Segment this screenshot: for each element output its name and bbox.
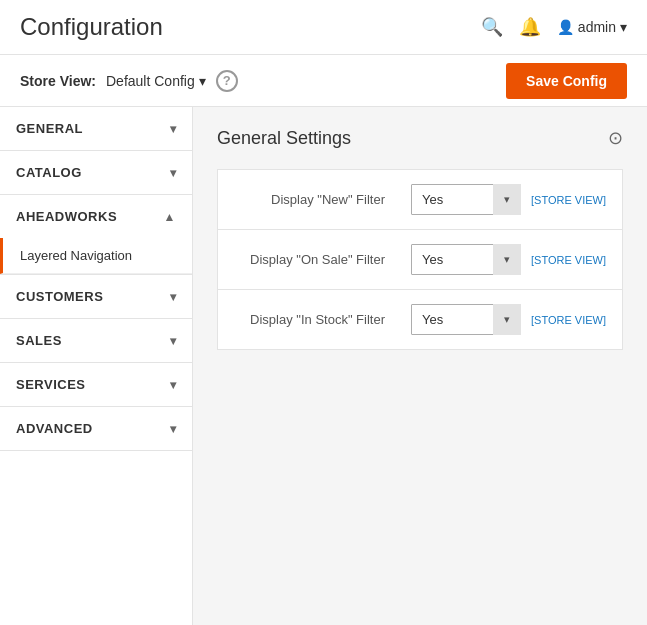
new-filter-select-wrapper: Yes No ▾: [411, 184, 521, 215]
section-header: General Settings ⊙: [217, 127, 623, 149]
chevron-down-icon: ▾: [170, 290, 177, 304]
chevron-down-icon: ▾: [170, 122, 177, 136]
bell-icon[interactable]: 🔔: [519, 16, 541, 38]
sidebar-item-advanced-header[interactable]: ADVANCED ▾: [0, 407, 192, 450]
sidebar-item-services-label: SERVICES: [16, 377, 86, 392]
page-title: Configuration: [20, 13, 163, 41]
chevron-down-icon: ▾: [170, 378, 177, 392]
on-sale-filter-store-view-tag[interactable]: [STORE VIEW]: [531, 254, 606, 266]
search-icon[interactable]: 🔍: [481, 16, 503, 38]
in-stock-filter-label: Display "In Stock" Filter: [234, 312, 395, 327]
admin-name: admin: [578, 19, 616, 35]
sidebar-aheadworks-subitems: Layered Navigation: [0, 238, 192, 274]
store-view-dropdown-icon: ▾: [199, 73, 206, 89]
sidebar-item-aheadworks-header[interactable]: AHEADWORKS ▲: [0, 195, 192, 238]
top-header: Configuration 🔍 🔔 👤 admin ▾: [0, 0, 647, 55]
sidebar-item-sales-label: SALES: [16, 333, 62, 348]
admin-dropdown-icon: ▾: [620, 19, 627, 35]
sidebar-item-catalog[interactable]: CATALOG ▾: [0, 151, 192, 195]
in-stock-filter-control: Yes No ▾ [STORE VIEW]: [411, 304, 606, 335]
save-config-button[interactable]: Save Config: [506, 63, 627, 99]
in-stock-filter-select-wrapper: Yes No ▾: [411, 304, 521, 335]
sidebar-item-layered-navigation[interactable]: Layered Navigation: [0, 238, 192, 274]
table-row: Display "On Sale" Filter Yes No ▾ [STORE…: [218, 230, 622, 290]
chevron-down-icon: ▾: [170, 422, 177, 436]
sidebar-item-customers-header[interactable]: CUSTOMERS ▾: [0, 275, 192, 318]
table-row: Display "New" Filter Yes No ▾ [STORE VIE…: [218, 170, 622, 230]
store-view-bar: Store View: Default Config ▾ ? Save Conf…: [0, 55, 647, 107]
sidebar-item-sales[interactable]: SALES ▾: [0, 319, 192, 363]
new-filter-control: Yes No ▾ [STORE VIEW]: [411, 184, 606, 215]
sidebar-item-customers-label: CUSTOMERS: [16, 289, 103, 304]
user-icon: 👤: [557, 19, 574, 35]
store-view-label: Store View:: [20, 73, 96, 89]
new-filter-store-view-tag[interactable]: [STORE VIEW]: [531, 194, 606, 206]
sidebar-item-services[interactable]: SERVICES ▾: [0, 363, 192, 407]
in-stock-filter-select[interactable]: Yes No: [411, 304, 521, 335]
header-icons: 🔍 🔔 👤 admin ▾: [481, 16, 627, 38]
on-sale-filter-label: Display "On Sale" Filter: [234, 252, 395, 267]
section-title: General Settings: [217, 128, 351, 149]
sidebar-item-sales-header[interactable]: SALES ▾: [0, 319, 192, 362]
on-sale-filter-select-wrapper: Yes No ▾: [411, 244, 521, 275]
sidebar: GENERAL ▾ CATALOG ▾ AHEADWORKS ▲ Layered…: [0, 107, 193, 625]
sidebar-item-customers[interactable]: CUSTOMERS ▾: [0, 275, 192, 319]
new-filter-select[interactable]: Yes No: [411, 184, 521, 215]
sidebar-item-general-header[interactable]: GENERAL ▾: [0, 107, 192, 150]
settings-table: Display "New" Filter Yes No ▾ [STORE VIE…: [217, 169, 623, 350]
collapse-icon[interactable]: ⊙: [608, 127, 623, 149]
sidebar-item-aheadworks-label: AHEADWORKS: [16, 209, 117, 224]
in-stock-filter-store-view-tag[interactable]: [STORE VIEW]: [531, 314, 606, 326]
on-sale-filter-control: Yes No ▾ [STORE VIEW]: [411, 244, 606, 275]
help-icon[interactable]: ?: [216, 70, 238, 92]
sidebar-item-services-header[interactable]: SERVICES ▾: [0, 363, 192, 406]
sidebar-item-catalog-header[interactable]: CATALOG ▾: [0, 151, 192, 194]
table-row: Display "In Stock" Filter Yes No ▾ [STOR…: [218, 290, 622, 349]
chevron-up-icon: ▲: [164, 210, 176, 224]
sidebar-item-advanced-label: ADVANCED: [16, 421, 93, 436]
content-area: General Settings ⊙ Display "New" Filter …: [193, 107, 647, 625]
sidebar-item-advanced[interactable]: ADVANCED ▾: [0, 407, 192, 451]
main-layout: GENERAL ▾ CATALOG ▾ AHEADWORKS ▲ Layered…: [0, 107, 647, 625]
sidebar-item-general[interactable]: GENERAL ▾: [0, 107, 192, 151]
store-view-select[interactable]: Default Config ▾: [106, 73, 206, 89]
chevron-down-icon: ▾: [170, 334, 177, 348]
sidebar-item-catalog-label: CATALOG: [16, 165, 82, 180]
admin-menu[interactable]: 👤 admin ▾: [557, 19, 627, 35]
chevron-down-icon: ▾: [170, 166, 177, 180]
on-sale-filter-select[interactable]: Yes No: [411, 244, 521, 275]
sidebar-item-general-label: GENERAL: [16, 121, 83, 136]
store-view-selected: Default Config: [106, 73, 195, 89]
store-view-left: Store View: Default Config ▾ ?: [20, 70, 238, 92]
new-filter-label: Display "New" Filter: [234, 192, 395, 207]
sidebar-item-aheadworks[interactable]: AHEADWORKS ▲ Layered Navigation: [0, 195, 192, 275]
